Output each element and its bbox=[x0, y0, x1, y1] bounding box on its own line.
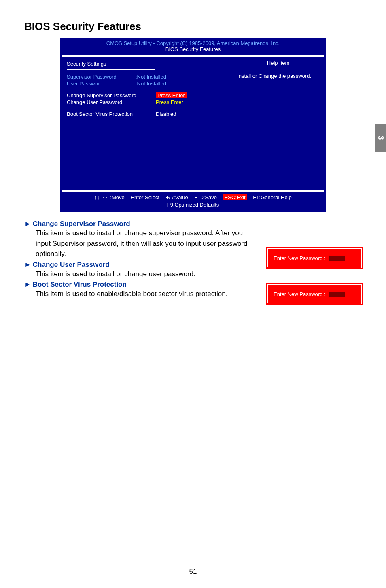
nav-move: ↑↓→←:Move bbox=[94, 194, 124, 200]
status-label: Supervisor Password bbox=[67, 74, 136, 80]
bios-body: Security Settings Supervisor Password :N… bbox=[62, 55, 324, 192]
desc-text: This item is used to install or change s… bbox=[36, 228, 254, 259]
status-label: User Password bbox=[67, 81, 136, 87]
desc-text: This item is used to install or change u… bbox=[36, 269, 362, 279]
option-label: Change User Password bbox=[67, 99, 156, 105]
option-value: Press Enter bbox=[156, 92, 187, 98]
password-label: Enter New Password : bbox=[274, 291, 326, 297]
bios-footer: ↑↓→←:Move Enter:Select +/-/:Value F10:Sa… bbox=[60, 192, 326, 212]
bios-help-panel: Help Item Install or Change the password… bbox=[232, 57, 324, 190]
help-text: Install or Change the password. bbox=[237, 72, 319, 80]
bios-header-subtitle: BIOS Security Features bbox=[60, 46, 326, 52]
option-change-supervisor-password[interactable]: Change Supervisor Password Press Enter bbox=[67, 92, 226, 98]
password-dialog: Enter New Password : bbox=[267, 284, 362, 304]
side-tab-number: 3 bbox=[376, 136, 384, 140]
status-value: :Not Installed bbox=[136, 81, 166, 87]
option-value: Press Enter bbox=[156, 99, 183, 105]
page-number: 51 bbox=[0, 568, 386, 576]
nav-value: +/-/:Value bbox=[166, 194, 188, 200]
status-row: User Password :Not Installed bbox=[67, 81, 226, 87]
password-label: Enter New Password : bbox=[274, 255, 326, 261]
bios-header-copyright: CMOS Setup Utility - Copyright (C) 1985-… bbox=[60, 40, 326, 46]
bios-header: CMOS Setup Utility - Copyright (C) 1985-… bbox=[60, 38, 326, 55]
nav-select: Enter:Select bbox=[131, 194, 159, 200]
status-value: :Not Installed bbox=[136, 74, 166, 80]
option-label: Boot Sector Virus Protection bbox=[67, 111, 156, 117]
bios-settings-panel: Security Settings Supervisor Password :N… bbox=[62, 57, 232, 190]
nav-save: F10:Save bbox=[194, 194, 217, 200]
password-dialog: Enter New Password : bbox=[267, 248, 362, 268]
desc-heading: ►Change Supervisor Password bbox=[24, 220, 362, 228]
page-title: BIOS Security Features bbox=[24, 20, 362, 33]
section-title: Security Settings bbox=[67, 61, 155, 70]
nav-defaults: F9:Optimized Defaults bbox=[167, 202, 219, 208]
nav-exit: ESC:Exit bbox=[223, 194, 247, 200]
option-change-user-password[interactable]: Change User Password Press Enter bbox=[67, 99, 226, 105]
option-boot-sector-virus-protection[interactable]: Boot Sector Virus Protection Disabled bbox=[67, 111, 226, 117]
option-label: Change Supervisor Password bbox=[67, 92, 156, 98]
side-tab: 3 bbox=[375, 124, 386, 152]
bios-screen: CMOS Setup Utility - Copyright (C) 1985-… bbox=[59, 38, 327, 213]
status-row: Supervisor Password :Not Installed bbox=[67, 74, 226, 80]
password-input[interactable] bbox=[329, 256, 345, 261]
option-value: Disabled bbox=[156, 111, 176, 117]
help-title: Help Item bbox=[237, 60, 319, 68]
nav-help: F1:General Help bbox=[253, 194, 291, 200]
password-input[interactable] bbox=[329, 292, 345, 297]
